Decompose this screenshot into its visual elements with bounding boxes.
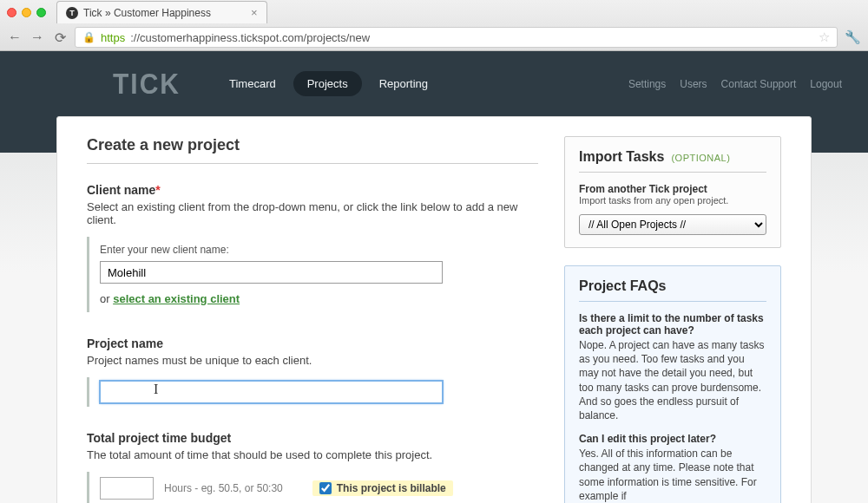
browser-titlebar: T Tick » Customer Happiness × [0, 0, 868, 24]
faq-a1: Nope. A project can have as many tasks a… [579, 338, 766, 422]
browser-chrome: T Tick » Customer Happiness × ← → ⟳ 🔒 ht… [0, 0, 868, 51]
text-cursor-icon: I [154, 382, 158, 397]
client-input-hint: Enter your new client name: [100, 244, 538, 256]
project-name-input[interactable] [100, 381, 443, 403]
import-project-select[interactable]: // All Open Projects // [579, 214, 766, 235]
client-or-line: or select an existing client [100, 292, 538, 305]
browser-tab[interactable]: T Tick » Customer Happiness × [56, 1, 267, 23]
minimize-window-icon[interactable] [22, 8, 31, 17]
zoom-window-icon[interactable] [36, 8, 46, 17]
faq-a2: Yes. All of this information can be chan… [579, 447, 766, 503]
faq-title: Project FAQs [579, 278, 766, 302]
budget-section: Total project time budget The total amou… [87, 431, 538, 503]
client-name-section: Client name* Select an existing client f… [87, 183, 538, 312]
forward-icon[interactable]: → [30, 29, 45, 45]
bookmark-star-icon[interactable]: ☆ [819, 29, 830, 45]
nav-timecard[interactable]: Timecard [215, 71, 290, 96]
project-name-section: Project name Project names must be uniqu… [87, 336, 538, 407]
reload-icon[interactable]: ⟳ [52, 29, 68, 46]
nav-settings[interactable]: Settings [628, 78, 666, 90]
close-tab-icon[interactable]: × [251, 6, 258, 19]
project-name-label: Project name [87, 336, 538, 350]
page-card: Create a new project Client name* Select… [56, 116, 812, 503]
import-subtext: Import tasks from any open project. [579, 195, 766, 206]
select-existing-client-link[interactable]: select an existing client [113, 292, 240, 305]
billable-label: This project is billable [337, 482, 446, 494]
budget-hint: Hours - eg. 50.5, or 50:30 [164, 482, 283, 494]
tab-title: Tick » Customer Happiness [83, 7, 211, 19]
faq-q1: Is there a limit to the number of tasks … [579, 312, 766, 336]
faq-q2: Can I edit this project later? [579, 433, 766, 445]
app-header: TICK Timecard Projects Reporting Setting… [0, 51, 868, 116]
close-window-icon[interactable] [7, 8, 16, 17]
billable-checkbox[interactable] [319, 482, 332, 494]
client-name-label: Client name* [87, 183, 538, 197]
project-name-helper: Project names must be unique to each cli… [87, 354, 538, 367]
billable-group: This project is billable [312, 480, 453, 496]
url-protocol: https [101, 31, 125, 44]
import-subheading: From another Tick project [579, 183, 766, 195]
side-column: Import Tasks (OPTIONAL) From another Tic… [564, 136, 781, 503]
window-controls [7, 8, 46, 17]
budget-hours-input[interactable] [100, 477, 154, 500]
lock-icon: 🔒 [82, 31, 95, 43]
budget-helper: The total amount of time that should be … [87, 448, 538, 461]
client-name-input[interactable] [100, 261, 443, 284]
budget-label: Total project time budget [87, 431, 538, 445]
main-nav: Timecard Projects Reporting [215, 71, 442, 96]
nav-projects[interactable]: Projects [293, 71, 362, 96]
url-path: ://customerhappiness.tickspot.com/projec… [130, 31, 370, 44]
import-tasks-title: Import Tasks [579, 149, 664, 165]
nav-logout[interactable]: Logout [810, 78, 842, 90]
client-name-helper: Select an existing client from the drop-… [87, 200, 538, 226]
project-faqs-box: Project FAQs Is there a limit to the num… [564, 265, 781, 503]
utility-nav: Settings Users Contact Support Logout [628, 78, 842, 90]
nav-contact-support[interactable]: Contact Support [721, 78, 797, 90]
nav-reporting[interactable]: Reporting [365, 71, 442, 96]
nav-users[interactable]: Users [680, 78, 707, 90]
page-background: Create a new project Client name* Select… [0, 116, 868, 503]
import-tasks-box: Import Tasks (OPTIONAL) From another Tic… [564, 136, 781, 248]
page-title: Create a new project [87, 136, 538, 164]
optional-badge: (OPTIONAL) [671, 153, 730, 163]
favicon-icon: T [66, 7, 78, 19]
logo[interactable]: TICK [113, 68, 181, 100]
main-column: Create a new project Client name* Select… [87, 136, 538, 503]
back-icon[interactable]: ← [7, 29, 23, 45]
browser-toolbar: ← → ⟳ 🔒 https://customerhappiness.ticksp… [0, 24, 868, 50]
address-bar[interactable]: 🔒 https://customerhappiness.tickspot.com… [75, 27, 838, 48]
client-input-group: Enter your new client name: or select an… [87, 237, 538, 312]
wrench-icon[interactable]: 🔧 [845, 29, 861, 45]
